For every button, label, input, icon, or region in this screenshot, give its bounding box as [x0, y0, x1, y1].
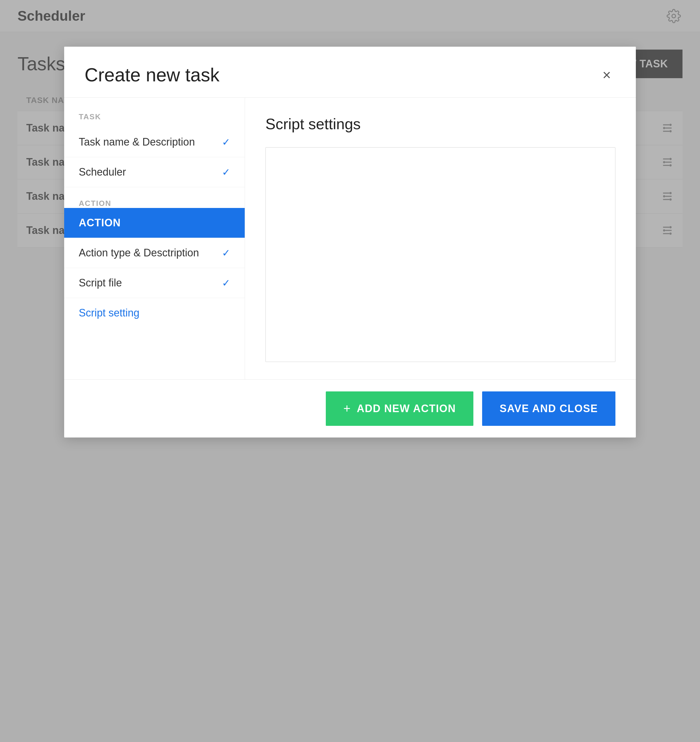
save-and-close-button[interactable]: SAVE AND CLOSE	[482, 392, 615, 426]
modal-title: Create new task	[85, 64, 220, 86]
action-section-label: ACTION	[64, 187, 245, 208]
action-type-check-icon: ✓	[222, 247, 230, 259]
sidebar-item-task-name-desc-label: Task name & Description	[79, 136, 195, 148]
sidebar-item-action-type-desc[interactable]: Action type & Desctription ✓	[64, 238, 245, 268]
scheduler-check-icon: ✓	[222, 166, 230, 178]
modal-header: Create new task ×	[64, 47, 636, 98]
sidebar-item-action-section[interactable]: ACTION	[64, 208, 245, 238]
sidebar-item-task-name-desc[interactable]: Task name & Description ✓	[64, 127, 245, 157]
modal-overlay[interactable]: Create new task × TASK Task name & Descr…	[0, 0, 700, 742]
sidebar-item-scheduler[interactable]: Scheduler ✓	[64, 157, 245, 187]
sidebar-item-script-file-label: Script file	[79, 277, 122, 289]
sidebar-item-script-setting-label: Script setting	[79, 307, 139, 319]
modal-close-button[interactable]: ×	[598, 66, 615, 84]
script-textarea[interactable]	[265, 147, 615, 362]
sidebar-item-action-type-label: Action type & Desctription	[79, 247, 199, 259]
script-file-check-icon: ✓	[222, 277, 230, 289]
modal-main: Script settings	[245, 98, 636, 380]
modal-sidebar: TASK Task name & Description ✓ Scheduler…	[64, 98, 245, 380]
sidebar-item-action-label: ACTION	[79, 217, 121, 229]
task-section-label: TASK	[64, 112, 245, 127]
modal-footer: + ADD NEW ACTION SAVE AND CLOSE	[64, 380, 636, 437]
add-action-label: ADD NEW ACTION	[357, 402, 456, 415]
modal-body: TASK Task name & Description ✓ Scheduler…	[64, 98, 636, 380]
create-task-modal: Create new task × TASK Task name & Descr…	[64, 47, 636, 437]
add-new-action-button[interactable]: + ADD NEW ACTION	[326, 392, 473, 426]
sidebar-item-script-setting[interactable]: Script setting	[64, 298, 245, 328]
script-settings-title: Script settings	[265, 115, 615, 133]
task-name-check-icon: ✓	[222, 136, 230, 148]
plus-icon: +	[343, 402, 351, 415]
sidebar-item-scheduler-label: Scheduler	[79, 166, 126, 178]
sidebar-item-script-file[interactable]: Script file ✓	[64, 268, 245, 298]
